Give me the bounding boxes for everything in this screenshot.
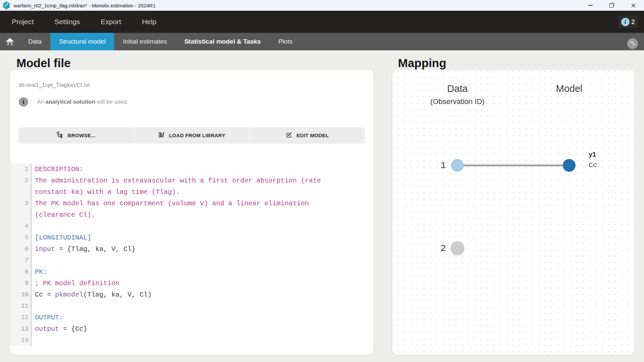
browse-label: BROWSE...: [67, 133, 96, 138]
code-text: (clearance Cl).: [32, 211, 95, 219]
code-line: 4: [10, 220, 374, 232]
chat-bubble-icon: [625, 37, 640, 52]
observation-id-label: 1: [426, 160, 446, 171]
feedback-chat-button[interactable]: [625, 37, 640, 52]
code-token-comment: The PK model has one compartment (volume…: [35, 200, 309, 207]
line-number: [10, 186, 32, 198]
line-number: 6: [10, 243, 32, 255]
code-token-keyword: pkmodel: [55, 291, 83, 299]
tab-statistical-model-tasks[interactable]: Statistical model & Tasks: [176, 33, 269, 50]
line-number: 10: [10, 289, 32, 300]
window-titlebar: warfarin_r02_1cmp_tlag.mlxtran* - Monoli…: [0, 0, 644, 11]
code-line: 2The administration is extravascular wit…: [10, 175, 374, 186]
code-line: 6input = {Tlag, ka, V, Cl}: [10, 243, 374, 255]
code-text: output = {Cc}: [32, 325, 87, 333]
code-line: 14: [10, 334, 374, 346]
mapping-model-header: Model: [556, 83, 583, 94]
monolix-logo-icon: [3, 1, 10, 9]
code-line: 8PK:: [10, 266, 374, 277]
library-icon: [158, 132, 165, 139]
notification-count: 2: [631, 18, 635, 26]
code-text: The administration is extravascular with…: [32, 177, 321, 185]
close-button[interactable]: [623, 0, 644, 11]
load-from-library-label: LOAD FROM LIBRARY: [169, 133, 226, 138]
line-number: 5: [10, 232, 32, 243]
code-token-default: = {Cc}: [59, 325, 87, 333]
code-text: input = {Tlag, ka, V, Cl}: [32, 245, 136, 253]
tab-data[interactable]: Data: [19, 33, 50, 50]
line-number: 9: [10, 277, 32, 289]
info-circle-icon: i: [19, 97, 28, 107]
window-title: warfarin_r02_1cmp_tlag.mlxtran* - Monoli…: [13, 3, 156, 8]
home-icon: [5, 38, 14, 46]
model-code-editor: 1DESCRIPTION:2The administration is extr…: [10, 163, 374, 346]
menu-item-help[interactable]: Help: [142, 18, 156, 26]
menu-items: ProjectSettingsExportHelp: [0, 18, 177, 26]
unmapped-node-circle[interactable]: [450, 241, 464, 255]
line-number: 7: [10, 255, 32, 266]
model-node-circle[interactable]: [563, 159, 576, 172]
menu-bar: ProjectSettingsExportHelp i 2: [0, 11, 644, 33]
tab-bar: DataStructural modelInitial estimatesSta…: [0, 33, 644, 50]
edit-model-button[interactable]: EDIT MODEL: [249, 127, 365, 143]
code-text: constant ka) with a lag time (Tlag).: [32, 188, 180, 196]
menu-item-export[interactable]: Export: [101, 18, 121, 26]
tab-initial-estimates[interactable]: Initial estimates: [114, 33, 176, 50]
code-text: ; PK model definition: [32, 279, 119, 287]
code-line: 10Cc = pkmodel(Tlag, ka, V, Cl): [10, 289, 374, 300]
mapping-panel: Data (Observation ID) Model 1y1Cc2: [392, 70, 635, 355]
tab-plots[interactable]: Plots: [269, 33, 301, 50]
menu-item-project[interactable]: Project: [12, 18, 34, 26]
code-line: 3The PK model has one compartment (volum…: [10, 198, 374, 209]
edit-pencil-icon: [286, 132, 293, 139]
model-observation-name: y1: [589, 151, 596, 158]
minimize-icon: [588, 5, 593, 6]
code-token-comment: DESCRIPTION:: [35, 165, 83, 173]
line-number: 12: [10, 312, 32, 323]
code-line: 12OUTPUT:: [10, 312, 374, 323]
code-token-default: = {Tlag, ka, V, Cl}: [55, 245, 136, 253]
code-text: Cc = pkmodel(Tlag, ka, V, Cl): [32, 291, 152, 299]
edit-model-label: EDIT MODEL: [297, 133, 329, 138]
line-number: 1: [10, 163, 32, 175]
minimize-button[interactable]: [580, 0, 601, 11]
code-text: [LONGITUDINAL]: [32, 234, 91, 242]
tab-structural-model[interactable]: Structural model: [50, 33, 114, 50]
code-line: 1DESCRIPTION:: [10, 163, 374, 175]
load-from-library-button[interactable]: LOAD FROM LIBRARY: [134, 127, 249, 143]
model-library-path: lib:oral1_1cpt_TlagkaVCl.txt: [19, 82, 90, 89]
code-text: OUTPUT:: [32, 314, 63, 321]
observation-id-label: 2: [426, 243, 446, 254]
code-token-comment: (clearance Cl).: [35, 211, 95, 219]
tab-list: DataStructural modelInitial estimatesSta…: [19, 33, 301, 50]
line-number: 13: [10, 323, 32, 334]
code-token-section: OUTPUT:: [35, 314, 63, 321]
line-number: 4: [10, 220, 32, 232]
code-token-comment: constant ka) with a lag time (Tlag).: [35, 188, 180, 196]
folder-browse-icon: [57, 132, 63, 139]
menu-item-settings[interactable]: Settings: [54, 18, 80, 26]
data-node-circle[interactable]: [451, 159, 464, 172]
note-text: An analytical solution will be used.: [37, 99, 128, 105]
model-file-panel: lib:oral1_1cpt_TlagkaVCl.txt i An analyt…: [10, 70, 374, 355]
code-text: PK:: [32, 268, 47, 276]
notifications-badge[interactable]: i 2: [618, 16, 638, 28]
line-number: [10, 209, 32, 220]
mapping-data-subheader: (Observation ID): [430, 97, 484, 106]
line-number: 14: [10, 334, 32, 346]
code-line: 9; PK model definition: [10, 277, 374, 289]
model-output-name: Cc: [589, 161, 597, 169]
model-file-heading: Model file: [16, 56, 70, 70]
code-token-section: [LONGITUDINAL]: [35, 234, 91, 242]
code-token-keyword: output: [35, 325, 59, 333]
browse-button[interactable]: BROWSE...: [19, 127, 134, 143]
code-token-comment: ; PK model definition: [35, 279, 119, 287]
analytical-solution-note: i An analytical solution will be used.: [19, 97, 128, 107]
tab-home[interactable]: [0, 33, 19, 50]
code-line: 7: [10, 255, 374, 266]
code-line: constant ka) with a lag time (Tlag).: [10, 186, 374, 198]
code-text: The PK model has one compartment (volume…: [32, 200, 309, 207]
close-icon: [631, 3, 636, 8]
restore-button[interactable]: [601, 0, 623, 11]
code-line: 13output = {Cc}: [10, 323, 374, 334]
